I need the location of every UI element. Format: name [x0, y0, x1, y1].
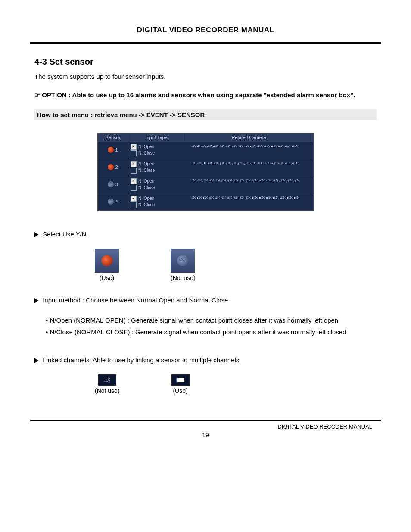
- label-nopen: N. Open: [138, 178, 154, 183]
- checkbox-nopen[interactable]: ✓: [131, 144, 137, 150]
- sensor-num: 1: [115, 147, 118, 152]
- col-input-header: Input Type: [128, 134, 185, 141]
- notuse-icon-block: (Not use): [171, 249, 196, 281]
- related-camera-grid[interactable]: □X₁□X₂□X₃□X₄□X₅□X₆□X₇□X₈□X₉□X₁₀□X₁₁□X₁₂□…: [192, 195, 311, 200]
- checkbox-nclose[interactable]: [131, 150, 137, 156]
- label-nclose: N. Close: [138, 168, 155, 172]
- page-header-title: DIGITAL VIDEO RECORDER MANUAL: [30, 26, 381, 44]
- use-icon-block: (Use): [95, 249, 119, 281]
- intro-text: The system supports up to four sensor in…: [34, 71, 377, 82]
- sensor-notuse-icon[interactable]: 4: [108, 199, 118, 205]
- label-nclose: N. Close: [138, 150, 155, 155]
- label-nopen: N. Open: [138, 196, 154, 200]
- page-number: 19: [30, 432, 381, 439]
- sensor-num: 3: [115, 182, 118, 187]
- triangle-bullet-icon: [34, 232, 38, 237]
- col-camera-header: Related Camera: [185, 134, 313, 141]
- use-caption: (Use): [95, 274, 119, 281]
- checkbox-nopen[interactable]: ✓: [131, 196, 137, 202]
- checkbox-nclose[interactable]: [131, 185, 137, 191]
- footer-rule: [30, 420, 381, 421]
- checkbox-nopen[interactable]: ✓: [131, 161, 137, 167]
- footer-text: DIGITAL VIDEO RECODER MANUAL: [30, 423, 381, 430]
- sensor-num: 4: [115, 199, 118, 204]
- sensor-notuse-icon[interactable]: 3: [108, 181, 118, 187]
- related-camera-grid[interactable]: □X₁■₂□X₃□X₄□X₅□X₆□X₇□X₈□X₉□X₁₀□X₁₁□X₁₂□X…: [192, 143, 311, 148]
- triangle-bullet-icon: [34, 298, 38, 303]
- option-body: Able to use up to 16 alarms and sensors …: [72, 91, 355, 99]
- label-nclose: N. Close: [138, 202, 155, 207]
- cam-notuse-caption: (Not use): [95, 387, 120, 394]
- sensor-use-icon[interactable]: 1: [108, 147, 118, 153]
- nclose-desc: • N/Close (NORMAL CLOSE) : Generate sign…: [46, 326, 377, 338]
- sensor-use-icon[interactable]: 2: [108, 164, 118, 170]
- notuse-caption: (Not use): [171, 274, 196, 281]
- table-row: 2 ✓N. Open N. Close □X₁□X₂■₃□X₄□X₅□X₆□X₇…: [98, 159, 313, 176]
- label-nclose: N. Close: [138, 185, 155, 190]
- related-camera-grid[interactable]: □X₁□X₂□X₃□X₄□X₅□X₆□X₇□X₈□X₉□X₁₀□X₁₁□X₁₂□…: [192, 178, 311, 183]
- checkbox-nopen[interactable]: ✓: [131, 178, 137, 184]
- checkbox-nclose[interactable]: [131, 168, 137, 174]
- nopen-desc: • N/Open (NORMAL OPEN) : Generate signal…: [46, 314, 377, 326]
- related-camera-grid[interactable]: □X₁□X₂■₃□X₄□X₅□X₆□X₇□X₈□X₉□X₁₀□X₁₁□X₁₂□X…: [192, 161, 311, 165]
- checkbox-nclose[interactable]: [131, 202, 137, 208]
- sensor-use-big-icon: [95, 249, 119, 273]
- sensor-notuse-big-icon: [171, 249, 195, 273]
- camera-notuse-icon: □X: [98, 374, 116, 386]
- sensor-settings-panel: Sensor Input Type Related Camera 1 ✓N. O…: [97, 133, 314, 211]
- select-use-text: Select Use Y/N.: [43, 230, 88, 238]
- option-note: ☞ OPTION : Able to use up to 16 alarms a…: [34, 89, 377, 101]
- label-nopen: N. Open: [138, 161, 154, 166]
- cam-notuse-block: □X (Not use): [95, 374, 120, 394]
- option-prefix: ☞ OPTION :: [34, 91, 72, 99]
- table-row: 4 ✓N. Open N. Close □X₁□X₂□X₃□X₄□X₅□X₆□X…: [98, 193, 313, 211]
- col-sensor-header: Sensor: [98, 134, 128, 141]
- cam-use-caption: (Use): [171, 387, 190, 394]
- linked-channels-text: Linked channels: Able to use by linking …: [43, 356, 241, 364]
- label-nopen: N. Open: [138, 144, 154, 149]
- howto-path: How to set menu : retrieve menu -> EVENT…: [34, 109, 377, 120]
- table-row: 3 ✓N. Open N. Close □X₁□X₂□X₃□X₄□X₅□X₆□X…: [98, 176, 313, 193]
- table-header-row: Sensor Input Type Related Camera: [98, 134, 313, 142]
- section-heading: 4-3 Set sensor: [34, 57, 377, 67]
- camera-use-icon: [171, 374, 190, 386]
- table-row: 1 ✓N. Open N. Close □X₁■₂□X₃□X₄□X₅□X₆□X₇…: [98, 142, 313, 159]
- sensor-num: 2: [115, 165, 118, 170]
- cam-use-block: (Use): [171, 374, 190, 394]
- triangle-bullet-icon: [34, 358, 38, 363]
- input-method-text: Input method : Choose between Normal Ope…: [43, 296, 230, 304]
